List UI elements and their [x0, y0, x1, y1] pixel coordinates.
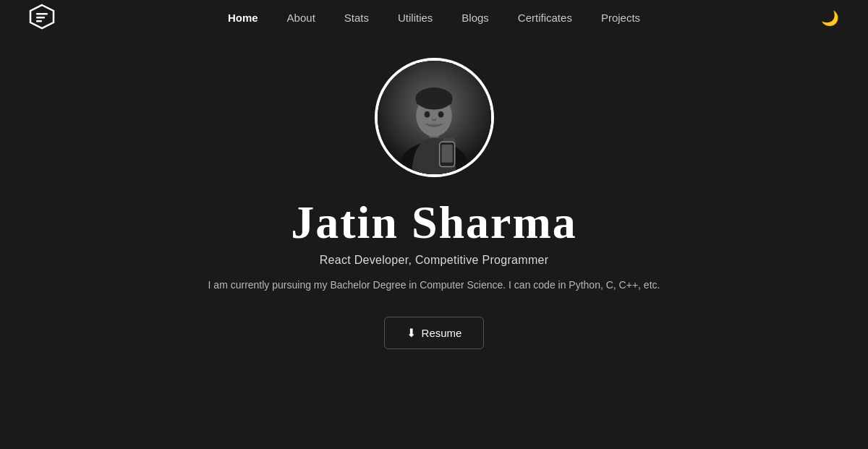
- resume-button-label: Resume: [422, 327, 462, 339]
- nav-link-home[interactable]: Home: [228, 12, 258, 24]
- profile-image: [375, 58, 494, 177]
- profile-subtitle: React Developer, Competitive Programmer: [320, 254, 549, 267]
- profile-photo: [378, 61, 491, 174]
- nav-link-projects[interactable]: Projects: [601, 12, 640, 24]
- profile-description: I am currently pursuing my Bachelor Degr…: [208, 277, 660, 293]
- nav-links: Home About Stats Utilities Blogs Certifi…: [228, 12, 640, 25]
- svg-rect-14: [441, 145, 452, 163]
- hero-section: Jatin Sharma React Developer, Competitiv…: [0, 36, 868, 349]
- nav-item-stats[interactable]: Stats: [344, 12, 369, 25]
- profile-name: Jatin Sharma: [291, 197, 577, 248]
- nav-link-stats[interactable]: Stats: [344, 12, 369, 24]
- nav-link-utilities[interactable]: Utilities: [398, 12, 433, 24]
- svg-rect-3: [36, 20, 42, 22]
- nav-item-about[interactable]: About: [287, 12, 315, 25]
- nav-item-certificates[interactable]: Certificates: [518, 12, 572, 25]
- navbar: Home About Stats Utilities Blogs Certifi…: [0, 0, 868, 36]
- nav-item-projects[interactable]: Projects: [601, 12, 640, 25]
- resume-button[interactable]: ⬇ Resume: [384, 317, 485, 349]
- logo[interactable]: [29, 4, 55, 33]
- nav-item-home[interactable]: Home: [228, 12, 258, 25]
- nav-link-certificates[interactable]: Certificates: [518, 12, 572, 24]
- download-icon: ⬇: [407, 326, 416, 340]
- nav-link-blogs[interactable]: Blogs: [461, 12, 489, 24]
- svg-rect-2: [36, 17, 45, 19]
- theme-toggle-button[interactable]: 🌙: [821, 9, 839, 27]
- nav-item-blogs[interactable]: Blogs: [461, 12, 489, 25]
- svg-rect-1: [36, 13, 48, 15]
- nav-link-about[interactable]: About: [287, 12, 315, 24]
- svg-point-10: [424, 111, 430, 118]
- nav-item-utilities[interactable]: Utilities: [398, 12, 433, 25]
- svg-point-11: [438, 111, 443, 118]
